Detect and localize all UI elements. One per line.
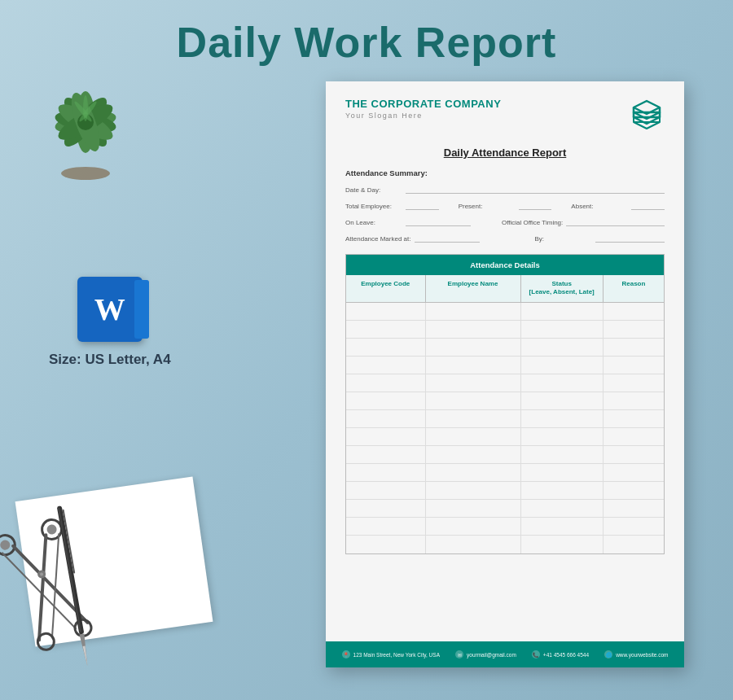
cell-reason [604, 446, 664, 463]
col-header-employee-name: Employee Name [426, 275, 521, 302]
cell-name [426, 446, 521, 463]
present-label: Present: [459, 203, 516, 210]
table-row [346, 536, 664, 553]
table-row [346, 321, 664, 339]
attendance-summary-label: Attendance Summary: [345, 168, 665, 177]
cell-status [521, 518, 604, 535]
table-row [346, 339, 664, 357]
website-text: www.yourwebsite.com [616, 652, 668, 658]
location-icon: 📍 [342, 650, 350, 658]
cell-code [346, 482, 426, 499]
table-column-headers: Employee Code Employee Name Status[Leave… [346, 275, 664, 303]
cell-code [346, 357, 426, 374]
footer-phone: 📞 +41 4545 666 4544 [532, 650, 589, 658]
company-logo [629, 98, 665, 133]
cell-name [426, 482, 521, 499]
cell-status [521, 464, 604, 481]
cell-reason [604, 536, 664, 553]
date-day-label: Date & Day: [345, 186, 402, 194]
marked-at-line [415, 233, 480, 243]
cell-status [521, 428, 604, 445]
cell-reason [604, 303, 664, 320]
document: THE CORPORATE COMPANY Your Slogan Here D… [326, 81, 684, 667]
absent-label: Absent: [571, 203, 628, 210]
word-lines [136, 283, 147, 324]
cell-reason [604, 428, 664, 445]
doc-footer: 📍 123 Main Street, New York City, USA ✉ … [326, 641, 684, 667]
absent-line [631, 200, 665, 210]
office-timing-line [566, 217, 665, 226]
table-row [346, 482, 664, 500]
cell-code [346, 392, 426, 409]
cell-name [426, 536, 521, 553]
cell-name [426, 500, 521, 517]
email-text: yourmail@gmail.com [467, 652, 516, 658]
leave-row: On Leave: Official Office Timing: [345, 217, 665, 226]
office-timing-label: Official Office Timing: [502, 219, 563, 226]
cell-name [426, 518, 521, 535]
cell-code [346, 428, 426, 445]
cell-reason [604, 500, 664, 517]
by-label: By: [535, 235, 592, 243]
cell-status [521, 446, 604, 463]
cell-status [521, 374, 604, 392]
cell-code [346, 536, 426, 553]
cell-code [346, 374, 426, 392]
table-row [346, 374, 664, 392]
table-header: Attendance Details [346, 255, 664, 275]
size-label: Size: US Letter, A4 [49, 352, 171, 368]
attendance-table: Attendance Details Employee Code Employe… [345, 254, 665, 554]
cell-name [426, 428, 521, 445]
cell-status [521, 392, 604, 409]
employee-row: Total Employee: Present: Absent: [345, 200, 665, 210]
cell-code [346, 410, 426, 427]
marked-row: Attendance Marked at: By: [345, 233, 665, 243]
svg-point-0 [61, 167, 110, 180]
cell-code [346, 339, 426, 356]
cell-code [346, 446, 426, 463]
doc-body: Attendance Summary: Date & Day: Total Em… [326, 168, 684, 641]
word-letter: W [94, 291, 125, 327]
svg-point-22 [37, 632, 55, 650]
cell-name [426, 464, 521, 481]
company-slogan: Your Slogan Here [345, 112, 501, 120]
col-header-status: Status[Leave, Absent, Late] [521, 275, 604, 302]
phone-text: +41 4545 666 4544 [543, 652, 589, 658]
col-header-employee-code: Employee Code [346, 275, 426, 302]
cell-reason [604, 518, 664, 535]
cell-reason [604, 339, 664, 356]
cell-name [426, 339, 521, 356]
doc-header: THE CORPORATE COMPANY Your Slogan Here [326, 81, 684, 143]
on-leave-label: On Leave: [345, 219, 402, 226]
cell-status [521, 500, 604, 517]
cell-code [346, 500, 426, 517]
cell-reason [604, 321, 664, 338]
table-row [346, 392, 664, 410]
cell-code [346, 321, 426, 338]
date-day-line [406, 184, 665, 194]
cell-reason [604, 374, 664, 392]
word-icon-area: W Size: US Letter, A4 [49, 277, 171, 368]
on-leave-line [406, 217, 471, 226]
table-row [346, 446, 664, 464]
cell-reason [604, 357, 664, 374]
table-row [346, 428, 664, 446]
cell-status [521, 303, 604, 320]
footer-email: ✉ yourmail@gmail.com [455, 650, 516, 658]
phone-icon: 📞 [532, 650, 540, 658]
date-day-row: Date & Day: [345, 184, 665, 194]
total-employee-label: Total Employee: [345, 203, 402, 210]
cell-status [521, 321, 604, 338]
table-row [346, 518, 664, 536]
cell-name [426, 321, 521, 338]
table-row [346, 410, 664, 428]
globe-icon: 🌐 [604, 650, 612, 658]
company-info: THE CORPORATE COMPANY Your Slogan Here [345, 98, 501, 120]
cell-name [426, 410, 521, 427]
cell-name [426, 392, 521, 409]
cell-reason [604, 392, 664, 409]
cell-status [521, 482, 604, 499]
footer-address: 📍 123 Main Street, New York City, USA [342, 650, 440, 658]
by-line [595, 233, 665, 243]
word-icon: W [77, 277, 143, 342]
